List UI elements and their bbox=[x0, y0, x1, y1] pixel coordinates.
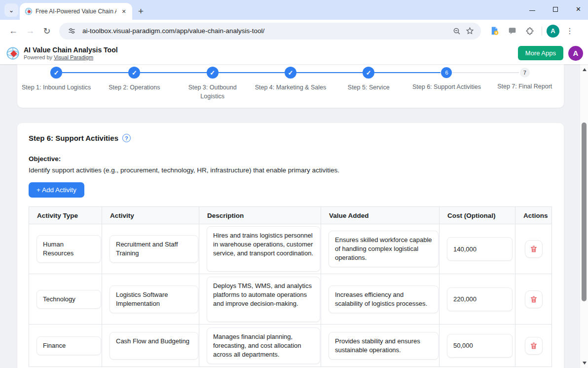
window-controls: ✕ bbox=[529, 6, 581, 12]
activity-type-input[interactable]: Technology bbox=[37, 290, 101, 309]
chevron-down-icon: ⌄ bbox=[9, 6, 14, 14]
address-bar[interactable]: ai-toolbox.visual-paradigm.com/app/value… bbox=[59, 23, 481, 40]
back-icon[interactable]: ← bbox=[5, 23, 22, 40]
app-header: AI Value Chain Analysis Tool Powered by … bbox=[0, 42, 588, 64]
description-input[interactable]: Manages financial planning, forecasting,… bbox=[207, 327, 320, 364]
step-label: Step 3: Outbound Logistics bbox=[185, 83, 240, 101]
user-avatar[interactable]: A bbox=[568, 46, 583, 61]
column-header-cost: Cost (Optional) bbox=[440, 207, 515, 224]
scroll-up-icon[interactable] bbox=[580, 65, 588, 74]
zoom-out-icon[interactable] bbox=[450, 25, 463, 38]
tab-close-icon[interactable]: ✕ bbox=[119, 7, 128, 16]
window-minimize-icon[interactable] bbox=[529, 10, 535, 11]
cost-input[interactable] bbox=[447, 334, 513, 358]
visual-paradigm-favicon bbox=[25, 7, 33, 15]
stepper-step-6-current[interactable]: 6 Step 6: Support Activities bbox=[407, 66, 485, 101]
scrollbar-thumb[interactable] bbox=[582, 123, 587, 301]
table-row: Human Resources Recruitment and Staff Tr… bbox=[29, 224, 552, 274]
value-added-input[interactable]: Ensures skilled workforce capable of han… bbox=[329, 231, 439, 267]
delete-row-button[interactable] bbox=[525, 337, 543, 355]
help-icon[interactable]: ? bbox=[122, 134, 131, 142]
delete-row-button[interactable] bbox=[525, 290, 543, 308]
comment-extension-icon[interactable] bbox=[505, 24, 519, 39]
table-row: Finance Cash Flow and Budgeting Manages … bbox=[29, 325, 552, 367]
toolbar-extensions-area: A ⋮ bbox=[487, 24, 577, 39]
description-input[interactable]: Hires and trains logistics personnel in … bbox=[207, 226, 320, 272]
stepper-step-1[interactable]: ✓ Step 1: Inbound Logistics bbox=[17, 66, 95, 101]
step-label: Step 4: Marketing & Sales bbox=[255, 83, 327, 92]
url-text[interactable]: ai-toolbox.visual-paradigm.com/app/value… bbox=[82, 27, 450, 35]
step-number: 7 bbox=[520, 68, 530, 78]
stepper-card: ✓ Step 1: Inbound Logistics ✓ Step 2: Op… bbox=[17, 64, 564, 108]
add-activity-button[interactable]: + Add Activity bbox=[29, 182, 84, 198]
table-header-row: Activity Type Activity Description Value… bbox=[29, 207, 552, 224]
objective-text: Identify support activities (e.g., procu… bbox=[29, 166, 552, 174]
step-label: Step 2: Operations bbox=[109, 83, 160, 92]
window-maximize-icon[interactable] bbox=[553, 7, 558, 12]
tab-strip: ⌄ Free AI-Powered Value Chain An ✕ + ✕ bbox=[0, 0, 588, 20]
step-6-card: Step 6: Support Activities ? Objective: … bbox=[17, 123, 564, 368]
page-scrollbar[interactable] bbox=[580, 64, 588, 368]
cost-input[interactable] bbox=[447, 237, 513, 261]
page-title: AI Value Chain Analysis Tool bbox=[24, 46, 118, 54]
value-added-input[interactable]: Provides stability and ensures sustainab… bbox=[329, 332, 439, 360]
activity-type-input[interactable]: Human Resources bbox=[37, 235, 101, 263]
visual-paradigm-link[interactable]: Visual Paradigm bbox=[54, 54, 93, 60]
column-header-activity-type: Activity Type bbox=[29, 207, 102, 224]
activity-type-input[interactable]: Finance bbox=[37, 336, 101, 355]
column-header-description: Description bbox=[199, 207, 321, 224]
check-icon: ✓ bbox=[285, 67, 296, 79]
chrome-profile-avatar[interactable]: A bbox=[547, 25, 559, 38]
description-input[interactable]: Deploys TMS, WMS, and analytics platform… bbox=[207, 277, 320, 322]
trash-icon bbox=[530, 342, 538, 350]
new-tab-button[interactable]: + bbox=[138, 6, 144, 17]
page-body: ✓ Step 1: Inbound Logistics ✓ Step 2: Op… bbox=[0, 64, 588, 368]
stepper-step-3[interactable]: ✓ Step 3: Outbound Logistics bbox=[174, 66, 252, 101]
stepper-step-4[interactable]: ✓ Step 4: Marketing & Sales bbox=[252, 66, 330, 101]
stepper: ✓ Step 1: Inbound Logistics ✓ Step 2: Op… bbox=[17, 66, 564, 101]
step-label: Step 1: Inbound Logistics bbox=[22, 83, 91, 92]
powered-by: Powered by Visual Paradigm bbox=[24, 54, 118, 60]
check-icon: ✓ bbox=[50, 67, 62, 79]
stepper-step-7[interactable]: 7 Step 7: Final Report bbox=[486, 66, 564, 101]
scroll-down-icon[interactable] bbox=[580, 359, 588, 367]
toolbar-divider bbox=[542, 27, 542, 36]
check-icon: ✓ bbox=[363, 67, 374, 79]
table-row: Technology Logistics Software Implementa… bbox=[29, 274, 552, 325]
column-header-activity: Activity bbox=[102, 207, 199, 224]
visual-paradigm-logo bbox=[6, 46, 20, 60]
activities-table: Activity Type Activity Description Value… bbox=[29, 206, 552, 367]
objective-label: Objective: bbox=[29, 155, 552, 163]
step-label: Step 7: Final Report bbox=[497, 82, 552, 91]
check-icon: ✓ bbox=[128, 67, 140, 79]
bookmark-star-icon[interactable] bbox=[463, 25, 476, 38]
activity-input[interactable]: Logistics Software Implementation bbox=[110, 286, 198, 313]
column-header-value-added: Value Added bbox=[321, 207, 440, 224]
section-heading: Step 6: Support Activities bbox=[29, 134, 118, 142]
browser-menu-icon[interactable]: ⋮ bbox=[562, 24, 577, 39]
check-icon: ✓ bbox=[207, 67, 219, 79]
more-apps-button[interactable]: More Apps bbox=[518, 46, 563, 60]
window-close-icon[interactable]: ✕ bbox=[576, 6, 581, 12]
stepper-step-2[interactable]: ✓ Step 2: Operations bbox=[95, 66, 173, 101]
column-header-actions: Actions bbox=[515, 207, 552, 224]
activity-input[interactable]: Cash Flow and Budgeting bbox=[110, 332, 198, 360]
value-added-input[interactable]: Increases efficiency and scalability of … bbox=[329, 286, 439, 313]
tab-title: Free AI-Powered Value Chain An bbox=[36, 8, 116, 15]
stepper-step-5[interactable]: ✓ Step 5: Service bbox=[330, 66, 407, 101]
activity-input[interactable]: Recruitment and Staff Training bbox=[110, 235, 198, 263]
tab-search-button[interactable]: ⌄ bbox=[4, 3, 18, 17]
cost-input[interactable] bbox=[447, 287, 513, 311]
trash-icon bbox=[530, 245, 538, 253]
translate-download-extension-icon[interactable] bbox=[487, 24, 502, 39]
trash-icon bbox=[530, 295, 538, 303]
browser-tab[interactable]: Free AI-Powered Value Chain An ✕ bbox=[20, 3, 132, 20]
reload-icon[interactable]: ↻ bbox=[38, 23, 55, 40]
step-label: Step 5: Service bbox=[348, 83, 390, 92]
browser-toolbar: ← → ↻ ai-toolbox.visual-paradigm.com/app… bbox=[0, 20, 588, 42]
site-settings-icon[interactable] bbox=[65, 25, 78, 38]
extensions-puzzle-icon[interactable] bbox=[522, 24, 537, 39]
step-label: Step 6: Support Activities bbox=[412, 83, 481, 92]
delete-row-button[interactable] bbox=[525, 240, 543, 258]
forward-icon: → bbox=[22, 23, 38, 40]
